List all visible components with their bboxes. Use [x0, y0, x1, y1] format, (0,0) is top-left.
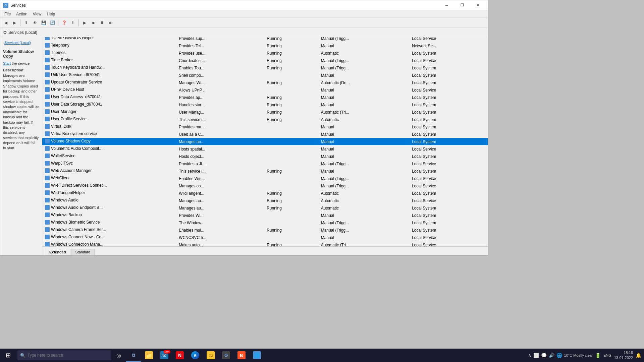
restore-button[interactable]: ❐: [454, 0, 470, 10]
table-row[interactable]: User Profile ServiceThis service i...Run…: [42, 116, 488, 123]
table-row[interactable]: Touch Keyboard and Handw...Enables Tou..…: [42, 64, 488, 72]
email-badge: 99+: [164, 350, 170, 354]
table-row[interactable]: WebClientEnables Win...Manual (Trigg...L…: [42, 175, 488, 182]
restart-button[interactable]: ⏭: [107, 19, 115, 27]
cell-desc: User Manag...: [176, 109, 264, 116]
app-browser[interactable]: 🌐: [250, 349, 264, 362]
services-local-nav[interactable]: Services (Local): [3, 40, 39, 45]
table-row[interactable]: TelephonyProvides Tel...RunningManualNet…: [42, 42, 488, 50]
table-row[interactable]: Time BrokerCoordinates ...RunningManual …: [42, 57, 488, 64]
table-row[interactable]: Web Account ManagerThis service i...Runn…: [42, 168, 488, 175]
menu-action[interactable]: Action: [13, 11, 30, 17]
menu-file[interactable]: File: [2, 11, 13, 17]
table-row[interactable]: Windows BackupProvides Wi...ManualLocal …: [42, 212, 488, 219]
tray-expand[interactable]: ∧: [528, 353, 531, 358]
app-fileexplorer[interactable]: 📁: [142, 349, 156, 362]
cell-startup: Manual: [318, 123, 409, 131]
cell-name: User Manager: [42, 109, 176, 116]
table-row[interactable]: WalletServiceHosts object...ManualLocal …: [42, 153, 488, 160]
table-row[interactable]: Windows Audio Endpoint B...Manages au...…: [42, 204, 488, 212]
taskbar-search-box[interactable]: 🔍: [17, 350, 111, 360]
table-row[interactable]: Volume Shadow CopyManages an...ManualLoc…: [42, 138, 488, 145]
table-row[interactable]: WildTangentHelperWildTangent...RunningAu…: [42, 190, 488, 197]
app-brave[interactable]: B: [234, 349, 249, 362]
cell-startup: Automatic: [318, 197, 409, 204]
table-row[interactable]: UPnP Device HostAllows UPnP ...ManualLoc…: [42, 86, 488, 94]
table-row[interactable]: User Data Storage_d670041Handles stor...…: [42, 101, 488, 109]
cortana-button[interactable]: ◎: [113, 349, 125, 361]
right-panel: Name Description Status Startup Type Log…: [42, 37, 488, 255]
tray-notification[interactable]: 💬: [541, 353, 547, 358]
close-button[interactable]: ✕: [470, 0, 485, 10]
back-button[interactable]: ◀: [2, 19, 10, 27]
start-button[interactable]: ⊞: [0, 349, 16, 362]
cell-name: Volumetric Audio Composit...: [42, 145, 176, 153]
table-row[interactable]: User ManagerUser Manag...RunningAutomati…: [42, 109, 488, 116]
tray-action-center[interactable]: 🔔: [636, 353, 641, 358]
clock[interactable]: 18:18 13-01-2022: [614, 350, 633, 361]
menu-bar: File Action View Help: [0, 10, 488, 18]
taskview-button[interactable]: ⧉: [126, 349, 141, 362]
table-row[interactable]: ThemesProvides use...RunningAutomaticLoc…: [42, 50, 488, 57]
cell-startup: Manual (Trigg...: [318, 64, 409, 72]
table-row[interactable]: Udk User Service_d670041Shell compo...Ma…: [42, 72, 488, 79]
table-row[interactable]: Virtual DiskProvides ma...ManualLocal Sy…: [42, 123, 488, 131]
cell-logon: Local System: [409, 123, 488, 131]
tray-network[interactable]: 🌐: [556, 353, 562, 358]
service-table-container[interactable]: Name Description Status Startup Type Log…: [42, 37, 488, 246]
up-button[interactable]: ⬆: [22, 19, 30, 27]
app-email[interactable]: ✉99+: [157, 349, 172, 362]
forward-button[interactable]: ▶: [10, 19, 18, 27]
cell-name: Windows Backup: [42, 212, 176, 219]
app-folder[interactable]: 🗂: [203, 349, 218, 362]
tray-battery[interactable]: 🔋: [595, 353, 601, 358]
properties-button[interactable]: ℹ: [69, 19, 77, 27]
minimize-button[interactable]: ─: [439, 0, 454, 10]
table-row[interactable]: Windows AudioManages au...RunningAutomat…: [42, 197, 488, 204]
app-netflix[interactable]: N: [172, 349, 187, 362]
cell-desc: Hosts object...: [176, 153, 264, 160]
show-hide-button[interactable]: 👁: [31, 19, 39, 27]
table-row[interactable]: Wi-Fi Direct Services Connec...Manages c…: [42, 182, 488, 190]
play-button[interactable]: ▶: [80, 19, 89, 27]
cell-startup: Manual (Trigg...: [318, 160, 409, 168]
tab-extended[interactable]: Extended: [45, 249, 70, 255]
menu-view[interactable]: View: [30, 11, 44, 17]
table-row[interactable]: Windows Connect Now - Co...WCNCSVC h...M…: [42, 234, 488, 241]
tray-volume[interactable]: 🔊: [549, 353, 554, 358]
search-input[interactable]: [28, 353, 109, 358]
cell-startup: Automatic: [318, 190, 409, 197]
start-service-link[interactable]: Start: [3, 61, 11, 65]
table-row[interactable]: TCP/IP NetBIOS HelperProvides sup...Runn…: [42, 37, 488, 42]
cell-status: [264, 212, 318, 219]
cell-startup: Manual (Trigg...: [318, 219, 409, 227]
tab-standard[interactable]: Standard: [71, 249, 95, 255]
stop-button[interactable]: ■: [89, 19, 97, 27]
export-button[interactable]: 💾: [40, 19, 48, 27]
cell-desc: The Window...: [176, 219, 264, 227]
cell-desc: Makes auto...: [176, 241, 264, 247]
help-button[interactable]: ❓: [60, 19, 68, 27]
table-row[interactable]: Windows Biometric ServiceThe Window...Ma…: [42, 219, 488, 227]
cell-status: [264, 138, 318, 145]
pause-button[interactable]: ⏸: [98, 19, 106, 27]
app-edge[interactable]: e: [188, 349, 203, 362]
refresh-button[interactable]: 🔄: [48, 19, 56, 27]
table-row[interactable]: User Data Access_d670041Provides ap...Ru…: [42, 94, 488, 101]
table-row[interactable]: Windows Connection Mana...Makes auto...R…: [42, 241, 488, 247]
cell-logon: Local System: [409, 153, 488, 160]
cell-desc: Enables Win...: [176, 175, 264, 182]
tray-tablet[interactable]: ⬜: [533, 353, 539, 358]
table-row[interactable]: Volumetric Audio Composit...Hosts spatia…: [42, 145, 488, 153]
table-row[interactable]: Windows Camera Frame Ser...Enables mul..…: [42, 227, 488, 234]
cell-desc: Manages Wi...: [176, 79, 264, 86]
menu-help[interactable]: Help: [44, 11, 58, 17]
table-row[interactable]: WarpJITSvcProvides a JI...Manual (Trigg.…: [42, 160, 488, 168]
cell-logon: Local Service: [409, 175, 488, 182]
cell-logon: Local Service: [409, 197, 488, 204]
cell-status: [264, 234, 318, 241]
table-row[interactable]: VirtualBox system serviceUsed as a C...M…: [42, 131, 488, 138]
cell-startup: Manual: [318, 42, 409, 50]
table-row[interactable]: Update Orchestrator ServiceManages Wi...…: [42, 79, 488, 86]
app-system[interactable]: ⚙: [219, 349, 233, 362]
